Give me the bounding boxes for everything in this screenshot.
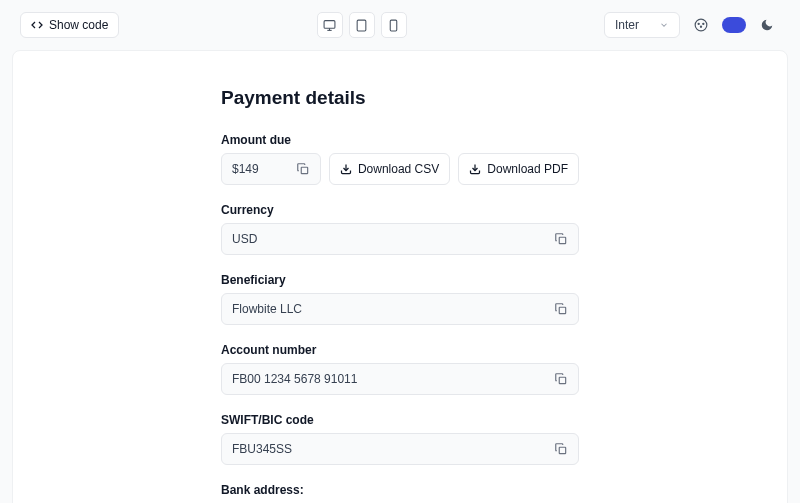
download-pdf-button[interactable]: Download PDF [458, 153, 579, 185]
show-code-label: Show code [49, 18, 108, 32]
svg-rect-15 [559, 307, 565, 313]
download-icon [340, 163, 352, 175]
desktop-icon [323, 19, 336, 32]
amount-value: $149 [232, 162, 259, 176]
svg-rect-14 [559, 237, 565, 243]
copy-icon[interactable] [554, 372, 568, 386]
account-value: FB00 1234 5678 91011 [232, 372, 357, 386]
beneficiary-field: Flowbite LLC [221, 293, 579, 325]
moon-icon [760, 18, 774, 32]
palette-button[interactable] [688, 12, 714, 38]
svg-rect-3 [357, 20, 366, 31]
tablet-view-button[interactable] [349, 12, 375, 38]
svg-rect-11 [301, 167, 307, 173]
download-csv-button[interactable]: Download CSV [329, 153, 450, 185]
currency-label: Currency [221, 203, 579, 217]
palette-icon [694, 18, 708, 32]
amount-field: $149 [221, 153, 321, 185]
copy-icon[interactable] [554, 232, 568, 246]
beneficiary-label: Beneficiary [221, 273, 579, 287]
bank-label: Bank address: [221, 483, 579, 497]
svg-point-10 [700, 26, 701, 27]
swift-value: FBU345SS [232, 442, 292, 456]
download-csv-label: Download CSV [358, 162, 439, 176]
color-pill[interactable] [722, 17, 746, 33]
swift-field: FBU345SS [221, 433, 579, 465]
svg-rect-5 [390, 20, 397, 31]
chevron-down-icon [659, 20, 669, 30]
svg-point-7 [695, 19, 707, 31]
amount-label: Amount due [221, 133, 579, 147]
beneficiary-value: Flowbite LLC [232, 302, 302, 316]
svg-point-8 [698, 23, 699, 24]
font-select-label: Inter [615, 18, 639, 32]
currency-field: USD [221, 223, 579, 255]
dark-mode-button[interactable] [754, 12, 780, 38]
mobile-view-button[interactable] [381, 12, 407, 38]
toolbar: Show code Inter [0, 0, 800, 50]
account-field: FB00 1234 5678 91011 [221, 363, 579, 395]
svg-rect-16 [559, 377, 565, 383]
currency-value: USD [232, 232, 257, 246]
svg-rect-0 [324, 20, 335, 28]
svg-rect-17 [559, 447, 565, 453]
copy-icon[interactable] [296, 162, 310, 176]
copy-icon[interactable] [554, 302, 568, 316]
copy-icon[interactable] [554, 442, 568, 456]
payment-card: Payment details Amount due $149 Download… [12, 50, 788, 503]
tablet-icon [355, 19, 368, 32]
download-pdf-label: Download PDF [487, 162, 568, 176]
font-select[interactable]: Inter [604, 12, 680, 38]
mobile-icon [387, 19, 400, 32]
swift-label: SWIFT/BIC code [221, 413, 579, 427]
account-label: Account number [221, 343, 579, 357]
show-code-button[interactable]: Show code [20, 12, 119, 38]
download-icon [469, 163, 481, 175]
svg-point-9 [703, 23, 704, 24]
page-title: Payment details [221, 87, 579, 109]
code-icon [31, 19, 43, 31]
desktop-view-button[interactable] [317, 12, 343, 38]
